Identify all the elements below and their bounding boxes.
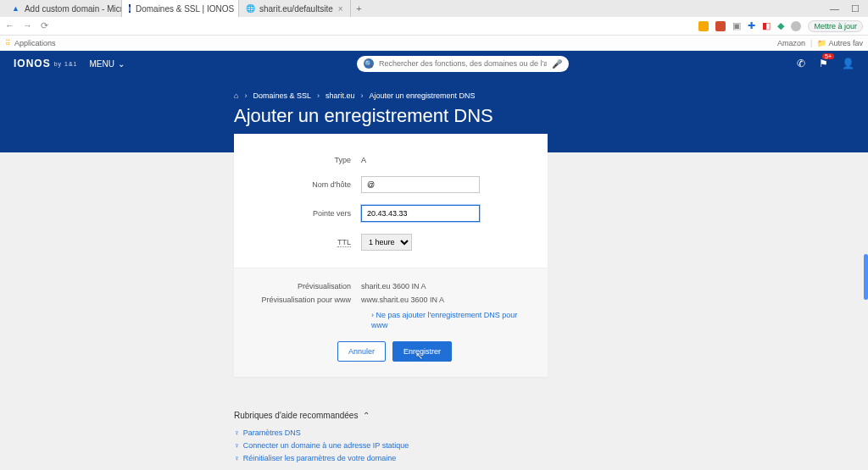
- search-input[interactable]: [379, 59, 547, 68]
- breadcrumb: ⌂ › Domaines & SSL › sharit.eu › Ajouter…: [234, 91, 868, 100]
- ttl-select[interactable]: 1 heure: [361, 234, 412, 251]
- forward-icon[interactable]: →: [23, 20, 32, 31]
- favicon-icon: ▲: [12, 4, 19, 13]
- points-label: Pointe vers: [259, 209, 361, 218]
- ext-icon[interactable]: ◆: [777, 20, 784, 31]
- avatar-icon[interactable]: [791, 21, 801, 31]
- menu-button[interactable]: MENU ⌄: [89, 59, 124, 69]
- home-icon[interactable]: ⌂: [234, 91, 238, 100]
- type-value: A: [361, 156, 522, 164]
- preview-section: Prévisualisation sharit.eu 3600 IN A Pré…: [234, 268, 548, 377]
- ext-icon[interactable]: ◧: [762, 20, 771, 31]
- update-button[interactable]: Mettre à jour: [808, 20, 863, 32]
- ext-icon[interactable]: ✚: [748, 20, 755, 31]
- save-button[interactable]: Enregistrer ↖: [392, 341, 452, 362]
- host-input[interactable]: [361, 176, 480, 193]
- logo-text: IONOS: [14, 58, 51, 69]
- menu-label: MENU: [89, 59, 114, 69]
- globe-icon: 🌐: [246, 4, 254, 13]
- logo-subtext: by 1&1: [54, 61, 78, 67]
- preview-value: sharit.eu 3600 IN A: [361, 282, 522, 290]
- preview-www-label: Prévisualisation pour www: [259, 296, 361, 304]
- tab-title: Add custom domain - Microsoft: [25, 4, 122, 14]
- lightbulb-icon: ♀: [234, 441, 240, 450]
- lightbulb-icon: ♀: [234, 429, 240, 437]
- skip-www-link[interactable]: › Ne pas ajouter l'enregistrement DNS po…: [371, 311, 517, 329]
- minimize-icon[interactable]: —: [830, 3, 839, 14]
- bookmark-amazon[interactable]: Amazon: [777, 39, 805, 47]
- breadcrumb-item: Ajouter un enregistrement DNS: [370, 91, 476, 100]
- preview-label: Prévisualisation: [259, 282, 361, 290]
- tab-title: Domaines & SSL | IONOS: [136, 4, 234, 14]
- apps-label: Applications: [14, 39, 56, 47]
- apps-shortcut[interactable]: ⠿ Applications: [5, 39, 56, 47]
- type-label: Type: [259, 156, 361, 164]
- page-title: Ajouter un enregistrement DNS: [234, 105, 868, 127]
- browser-tab-bar: ▲ Add custom domain - Microsoft × I Doma…: [0, 0, 868, 17]
- ext-icon[interactable]: [698, 21, 709, 31]
- scroll-indicator[interactable]: [864, 254, 868, 300]
- bookmark-folder[interactable]: 📁 Autres fav: [817, 39, 863, 47]
- bookmarks-bar: ⠿ Applications Amazon | 📁 Autres fav: [0, 36, 868, 51]
- help-link[interactable]: ♀Paramètres DNS: [234, 429, 776, 437]
- logo[interactable]: IONOS by 1&1: [14, 58, 77, 69]
- chevron-right-icon: ›: [244, 91, 247, 100]
- help-link[interactable]: ♀Réinitialiser les paramètres de votre d…: [234, 454, 776, 462]
- cancel-button[interactable]: Annuler: [337, 341, 386, 362]
- cursor-icon: ↖: [415, 351, 423, 362]
- notifications-badge: 5+: [822, 53, 834, 59]
- notifications-button[interactable]: ⚑ 5+: [819, 58, 828, 69]
- breadcrumb-item[interactable]: Domaines & SSL: [253, 91, 311, 100]
- help-link[interactable]: ♀Connecter un domaine à une adresse IP s…: [234, 441, 776, 450]
- maximize-icon[interactable]: ☐: [851, 3, 860, 14]
- global-search[interactable]: 🔍 🎤: [357, 56, 569, 72]
- apps-icon: ⠿: [5, 39, 11, 47]
- mic-icon[interactable]: 🎤: [552, 59, 562, 69]
- dns-form-card: Type A Nom d'hôte Pointe vers TTL 1 heur…: [234, 134, 548, 377]
- reload-icon[interactable]: ⟳: [41, 20, 48, 31]
- help-title[interactable]: Rubriques d'aide recommandées ⌃: [234, 411, 776, 420]
- browser-tab[interactable]: I Domaines & SSL | IONOS ×: [122, 0, 239, 17]
- lightbulb-icon: ♀: [234, 454, 240, 462]
- chevron-down-icon: ⌄: [118, 59, 125, 69]
- new-tab-button[interactable]: +: [351, 3, 368, 14]
- chevron-right-icon: ›: [317, 91, 320, 100]
- app-header: IONOS by 1&1 MENU ⌄ 🔍 🎤 ✆ ⚑ 5+ 👤: [0, 51, 868, 76]
- cast-icon[interactable]: ▣: [732, 20, 741, 31]
- ext-icon[interactable]: [715, 21, 726, 31]
- close-icon[interactable]: ×: [338, 4, 343, 14]
- browser-tab[interactable]: ▲ Add custom domain - Microsoft ×: [5, 0, 122, 17]
- host-label: Nom d'hôte: [259, 180, 361, 189]
- browser-address-bar: ← → ⟳ ▣ ✚ ◧ ◆ Mettre à jour: [0, 17, 868, 36]
- main-stage: Type A Nom d'hôte Pointe vers TTL 1 heur…: [0, 152, 868, 470]
- search-icon: 🔍: [364, 58, 374, 69]
- preview-www-value: www.sharit.eu 3600 IN A: [361, 296, 522, 304]
- chevron-up-icon: ⌃: [363, 411, 370, 420]
- user-icon[interactable]: 👤: [842, 58, 854, 69]
- phone-icon[interactable]: ✆: [797, 58, 805, 69]
- tab-title: sharit.eu/defaultsite: [259, 4, 333, 14]
- browser-tab[interactable]: 🌐 sharit.eu/defaultsite ×: [239, 0, 351, 17]
- chevron-right-icon: ›: [361, 91, 364, 100]
- breadcrumb-item[interactable]: sharit.eu: [326, 91, 355, 100]
- help-section: Rubriques d'aide recommandées ⌃ ♀Paramèt…: [234, 395, 776, 462]
- favicon-icon: I: [129, 4, 131, 13]
- address-input[interactable]: [57, 19, 690, 33]
- bell-icon: ⚑: [819, 58, 828, 69]
- back-icon[interactable]: ←: [5, 20, 14, 31]
- points-to-input[interactable]: [361, 205, 480, 222]
- ttl-label: TTL: [259, 238, 361, 246]
